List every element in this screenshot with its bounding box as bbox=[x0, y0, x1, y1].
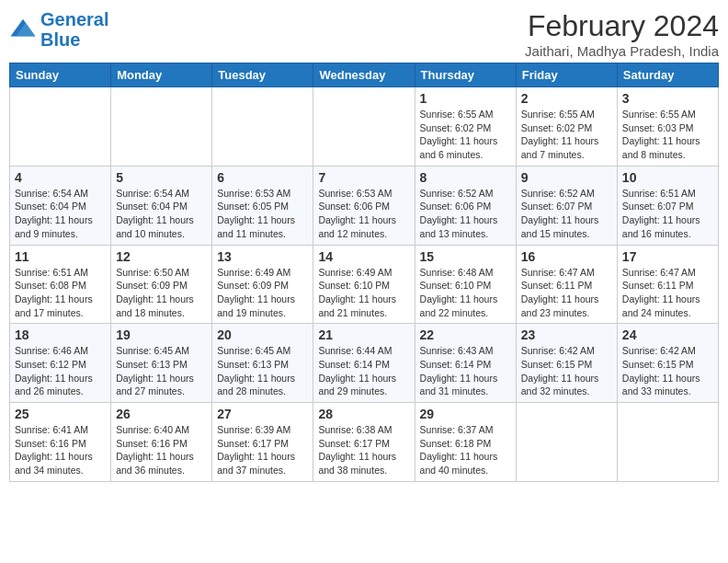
logo-line1: General bbox=[40, 9, 108, 29]
day-info: Sunrise: 6:48 AM Sunset: 6:10 PM Dayligh… bbox=[420, 266, 511, 320]
calendar-cell bbox=[516, 403, 617, 482]
day-number: 29 bbox=[420, 407, 511, 421]
calendar-header-thursday: Thursday bbox=[415, 63, 516, 87]
location: Jaithari, Madhya Pradesh, India bbox=[525, 43, 719, 59]
calendar-cell: 26Sunrise: 6:40 AM Sunset: 6:16 PM Dayli… bbox=[111, 403, 212, 482]
calendar-cell: 11Sunrise: 6:51 AM Sunset: 6:08 PM Dayli… bbox=[10, 245, 111, 324]
day-number: 28 bbox=[318, 407, 409, 421]
calendar-header-tuesday: Tuesday bbox=[212, 63, 313, 87]
calendar-cell: 3Sunrise: 6:55 AM Sunset: 6:03 PM Daylig… bbox=[617, 87, 718, 167]
day-number: 8 bbox=[420, 170, 511, 185]
calendar-cell: 24Sunrise: 6:42 AM Sunset: 6:15 PM Dayli… bbox=[617, 324, 718, 403]
day-number: 14 bbox=[318, 249, 409, 264]
calendar-cell: 14Sunrise: 6:49 AM Sunset: 6:10 PM Dayli… bbox=[313, 245, 415, 324]
calendar-cell: 25Sunrise: 6:41 AM Sunset: 6:16 PM Dayli… bbox=[10, 403, 111, 482]
day-info: Sunrise: 6:41 AM Sunset: 6:16 PM Dayligh… bbox=[15, 423, 106, 477]
day-info: Sunrise: 6:51 AM Sunset: 6:08 PM Dayligh… bbox=[15, 266, 106, 320]
calendar-cell: 7Sunrise: 6:53 AM Sunset: 6:06 PM Daylig… bbox=[313, 166, 415, 245]
calendar-cell: 1Sunrise: 6:55 AM Sunset: 6:02 PM Daylig… bbox=[415, 87, 516, 167]
day-number: 9 bbox=[521, 170, 612, 185]
calendar-cell bbox=[313, 87, 415, 167]
day-number: 10 bbox=[622, 170, 713, 185]
day-info: Sunrise: 6:53 AM Sunset: 6:05 PM Dayligh… bbox=[217, 187, 308, 241]
calendar: SundayMondayTuesdayWednesdayThursdayFrid… bbox=[9, 63, 719, 482]
day-info: Sunrise: 6:54 AM Sunset: 6:04 PM Dayligh… bbox=[116, 187, 207, 241]
calendar-cell: 20Sunrise: 6:45 AM Sunset: 6:13 PM Dayli… bbox=[212, 324, 313, 403]
calendar-cell: 21Sunrise: 6:44 AM Sunset: 6:14 PM Dayli… bbox=[313, 324, 415, 403]
calendar-cell: 27Sunrise: 6:39 AM Sunset: 6:17 PM Dayli… bbox=[212, 403, 313, 482]
day-info: Sunrise: 6:42 AM Sunset: 6:15 PM Dayligh… bbox=[622, 344, 713, 398]
day-info: Sunrise: 6:52 AM Sunset: 6:06 PM Dayligh… bbox=[420, 187, 511, 241]
calendar-cell: 13Sunrise: 6:49 AM Sunset: 6:09 PM Dayli… bbox=[212, 245, 313, 324]
day-number: 25 bbox=[15, 407, 106, 421]
calendar-cell bbox=[111, 87, 212, 167]
day-info: Sunrise: 6:43 AM Sunset: 6:14 PM Dayligh… bbox=[420, 344, 511, 398]
calendar-week-4: 18Sunrise: 6:46 AM Sunset: 6:12 PM Dayli… bbox=[10, 324, 719, 403]
page-header: General Blue February 2024 Jaithari, Mad… bbox=[9, 9, 719, 59]
day-number: 21 bbox=[318, 327, 409, 342]
day-number: 26 bbox=[116, 407, 207, 421]
logo-line2: Blue bbox=[40, 29, 80, 50]
day-info: Sunrise: 6:52 AM Sunset: 6:07 PM Dayligh… bbox=[521, 187, 612, 241]
day-number: 20 bbox=[217, 327, 308, 342]
day-number: 12 bbox=[116, 249, 207, 264]
day-info: Sunrise: 6:55 AM Sunset: 6:03 PM Dayligh… bbox=[622, 108, 713, 162]
day-info: Sunrise: 6:39 AM Sunset: 6:17 PM Dayligh… bbox=[217, 423, 308, 477]
day-number: 22 bbox=[420, 327, 511, 342]
calendar-week-3: 11Sunrise: 6:51 AM Sunset: 6:08 PM Dayli… bbox=[10, 245, 719, 324]
day-info: Sunrise: 6:49 AM Sunset: 6:10 PM Dayligh… bbox=[318, 266, 409, 320]
calendar-cell: 23Sunrise: 6:42 AM Sunset: 6:15 PM Dayli… bbox=[516, 324, 617, 403]
calendar-header-saturday: Saturday bbox=[617, 63, 718, 87]
calendar-cell: 12Sunrise: 6:50 AM Sunset: 6:09 PM Dayli… bbox=[111, 245, 212, 324]
calendar-cell: 22Sunrise: 6:43 AM Sunset: 6:14 PM Dayli… bbox=[415, 324, 516, 403]
day-number: 15 bbox=[420, 249, 511, 264]
day-info: Sunrise: 6:55 AM Sunset: 6:02 PM Dayligh… bbox=[420, 108, 511, 162]
day-info: Sunrise: 6:47 AM Sunset: 6:11 PM Dayligh… bbox=[622, 266, 713, 320]
day-info: Sunrise: 6:51 AM Sunset: 6:07 PM Dayligh… bbox=[622, 187, 713, 241]
calendar-cell: 16Sunrise: 6:47 AM Sunset: 6:11 PM Dayli… bbox=[516, 245, 617, 324]
day-number: 3 bbox=[622, 91, 713, 106]
day-number: 16 bbox=[521, 249, 612, 264]
day-number: 27 bbox=[217, 407, 308, 421]
day-info: Sunrise: 6:47 AM Sunset: 6:11 PM Dayligh… bbox=[521, 266, 612, 320]
title-area: February 2024 Jaithari, Madhya Pradesh, … bbox=[525, 9, 719, 59]
day-number: 5 bbox=[116, 170, 207, 185]
day-number: 1 bbox=[420, 91, 511, 106]
calendar-week-1: 1Sunrise: 6:55 AM Sunset: 6:02 PM Daylig… bbox=[10, 87, 719, 167]
day-info: Sunrise: 6:46 AM Sunset: 6:12 PM Dayligh… bbox=[15, 344, 106, 398]
day-info: Sunrise: 6:53 AM Sunset: 6:06 PM Dayligh… bbox=[318, 187, 409, 241]
calendar-cell: 18Sunrise: 6:46 AM Sunset: 6:12 PM Dayli… bbox=[10, 324, 111, 403]
day-info: Sunrise: 6:49 AM Sunset: 6:09 PM Dayligh… bbox=[217, 266, 308, 320]
calendar-cell bbox=[212, 87, 313, 167]
day-info: Sunrise: 6:50 AM Sunset: 6:09 PM Dayligh… bbox=[116, 266, 207, 320]
calendar-cell: 9Sunrise: 6:52 AM Sunset: 6:07 PM Daylig… bbox=[516, 166, 617, 245]
day-number: 18 bbox=[15, 327, 106, 342]
calendar-cell: 8Sunrise: 6:52 AM Sunset: 6:06 PM Daylig… bbox=[415, 166, 516, 245]
calendar-cell bbox=[10, 87, 111, 167]
calendar-header-monday: Monday bbox=[111, 63, 212, 87]
day-info: Sunrise: 6:45 AM Sunset: 6:13 PM Dayligh… bbox=[116, 344, 207, 398]
day-number: 7 bbox=[318, 170, 409, 185]
logo-text: General Blue bbox=[40, 9, 108, 50]
day-info: Sunrise: 6:37 AM Sunset: 6:18 PM Dayligh… bbox=[420, 423, 511, 477]
calendar-cell: 4Sunrise: 6:54 AM Sunset: 6:04 PM Daylig… bbox=[10, 166, 111, 245]
logo-icon bbox=[9, 16, 37, 43]
logo: General Blue bbox=[9, 9, 108, 50]
day-number: 19 bbox=[116, 327, 207, 342]
day-info: Sunrise: 6:54 AM Sunset: 6:04 PM Dayligh… bbox=[15, 187, 106, 241]
calendar-week-5: 25Sunrise: 6:41 AM Sunset: 6:16 PM Dayli… bbox=[10, 403, 719, 482]
calendar-cell: 19Sunrise: 6:45 AM Sunset: 6:13 PM Dayli… bbox=[111, 324, 212, 403]
calendar-week-2: 4Sunrise: 6:54 AM Sunset: 6:04 PM Daylig… bbox=[10, 166, 719, 245]
calendar-cell: 15Sunrise: 6:48 AM Sunset: 6:10 PM Dayli… bbox=[415, 245, 516, 324]
calendar-cell: 29Sunrise: 6:37 AM Sunset: 6:18 PM Dayli… bbox=[415, 403, 516, 482]
calendar-header-friday: Friday bbox=[516, 63, 617, 87]
day-number: 6 bbox=[217, 170, 308, 185]
calendar-header-sunday: Sunday bbox=[10, 63, 111, 87]
calendar-header-row: SundayMondayTuesdayWednesdayThursdayFrid… bbox=[10, 63, 719, 87]
day-number: 11 bbox=[15, 249, 106, 264]
day-info: Sunrise: 6:55 AM Sunset: 6:02 PM Dayligh… bbox=[521, 108, 612, 162]
day-number: 2 bbox=[521, 91, 612, 106]
calendar-header-wednesday: Wednesday bbox=[313, 63, 415, 87]
day-info: Sunrise: 6:45 AM Sunset: 6:13 PM Dayligh… bbox=[217, 344, 308, 398]
day-info: Sunrise: 6:42 AM Sunset: 6:15 PM Dayligh… bbox=[521, 344, 612, 398]
